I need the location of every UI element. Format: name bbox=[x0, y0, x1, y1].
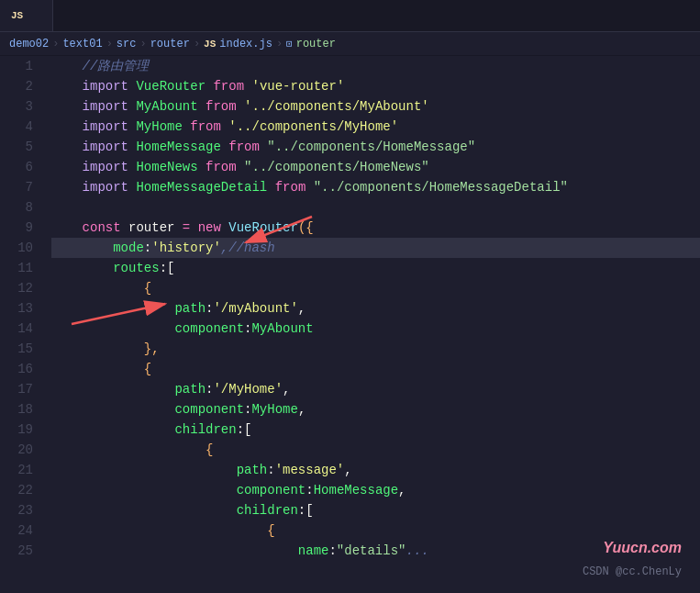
code-line-20: { bbox=[51, 440, 700, 460]
watermark2: CSDN @cc.ChenLy bbox=[583, 565, 682, 578]
line-number: 20 bbox=[13, 440, 33, 460]
line-number: 17 bbox=[13, 379, 33, 399]
code-line-24: { bbox=[51, 520, 700, 541]
line-number: 23 bbox=[13, 500, 33, 520]
breadcrumb-demo02: demo02 bbox=[9, 38, 49, 50]
code-line-14: component:MyAbount bbox=[51, 319, 700, 339]
code-line-5: import HomeMessage from "../components/H… bbox=[51, 137, 700, 157]
line-number: 9 bbox=[13, 218, 33, 238]
code-line-18: component:MyHome, bbox=[51, 399, 700, 420]
code-line-3: import MyAbount from '../components/MyAb… bbox=[51, 96, 700, 117]
line-number: 7 bbox=[13, 177, 33, 197]
line-number: 14 bbox=[13, 319, 33, 339]
code-line-10: mode:'history',//hash bbox=[51, 238, 700, 258]
line-number: 6 bbox=[13, 157, 33, 177]
tab-index-js[interactable]: JS bbox=[0, 0, 53, 31]
breadcrumb-router-folder: router bbox=[150, 38, 190, 50]
code-line-8 bbox=[51, 197, 700, 218]
line-number: 1 bbox=[13, 56, 33, 76]
line-number: 3 bbox=[13, 96, 33, 117]
breadcrumb-src: src bbox=[117, 38, 137, 50]
breadcrumb-sep2: › bbox=[106, 38, 113, 50]
breadcrumb-sep1: › bbox=[52, 38, 59, 50]
code-line-1: //路由管理 bbox=[51, 56, 700, 76]
breadcrumb-text01: text01 bbox=[62, 38, 102, 50]
line-number: 5 bbox=[13, 137, 33, 157]
line-number: 18 bbox=[13, 399, 33, 420]
line-number: 8 bbox=[13, 197, 33, 218]
code-line-22: component:HomeMessage, bbox=[51, 480, 700, 500]
line-number: 19 bbox=[13, 420, 33, 440]
line-number: 22 bbox=[13, 480, 33, 500]
code-line-16: { bbox=[51, 359, 700, 379]
code-line-17: path:'/MyHome', bbox=[51, 379, 700, 399]
breadcrumb-indexjs: index.js bbox=[219, 38, 272, 50]
breadcrumb-router-symbol: router bbox=[296, 38, 336, 50]
line-number: 13 bbox=[13, 298, 33, 319]
code-line-12: { bbox=[51, 278, 700, 298]
line-number: 25 bbox=[13, 541, 33, 561]
breadcrumb-icon: ⊡ bbox=[286, 38, 293, 50]
code-line-19: children:[ bbox=[51, 420, 700, 440]
line-number: 21 bbox=[13, 460, 33, 480]
code-area: 1234567891011121314151617181920212223242… bbox=[0, 56, 700, 593]
line-number: 11 bbox=[13, 258, 33, 278]
code-line-6: import HomeNews from "../components/Home… bbox=[51, 157, 700, 177]
line-number: 15 bbox=[13, 339, 33, 359]
code-line-2: import VueRouter from 'vue-router' bbox=[51, 76, 700, 96]
code-line-13: path:'/myAbount', bbox=[51, 298, 700, 319]
code-line-21: path:'message', bbox=[51, 460, 700, 480]
code-content[interactable]: //路由管理 import VueRouter from 'vue-router… bbox=[42, 56, 700, 593]
line-number: 4 bbox=[13, 117, 33, 137]
breadcrumb-sep5: › bbox=[276, 38, 283, 50]
watermark: Yuucn.com bbox=[603, 540, 682, 556]
line-number: 2 bbox=[13, 76, 33, 96]
line-number: 24 bbox=[13, 520, 33, 541]
code-line-7: import HomeMessageDetail from "../compon… bbox=[51, 177, 700, 197]
code-line-11: routes:[ bbox=[51, 258, 700, 278]
line-number: 12 bbox=[13, 278, 33, 298]
code-line-23: children:[ bbox=[51, 500, 700, 520]
code-line-4: import MyHome from '../components/MyHome… bbox=[51, 117, 700, 137]
breadcrumb-sep4: › bbox=[194, 38, 200, 50]
line-number: 16 bbox=[13, 359, 33, 379]
breadcrumb-js-badge: JS bbox=[204, 39, 216, 50]
tab-js-icon: JS bbox=[11, 10, 23, 21]
code-line-15: }, bbox=[51, 339, 700, 359]
tab-bar: JS bbox=[0, 0, 700, 32]
breadcrumb: demo02 › text01 › src › router › JS inde… bbox=[0, 32, 700, 56]
breadcrumb-sep3: › bbox=[139, 38, 146, 50]
code-line-9: const router = new VueRouter({ bbox=[51, 218, 700, 238]
editor: 1234567891011121314151617181920212223242… bbox=[0, 56, 700, 593]
line-numbers: 1234567891011121314151617181920212223242… bbox=[0, 56, 42, 593]
line-number: 10 bbox=[13, 238, 33, 258]
